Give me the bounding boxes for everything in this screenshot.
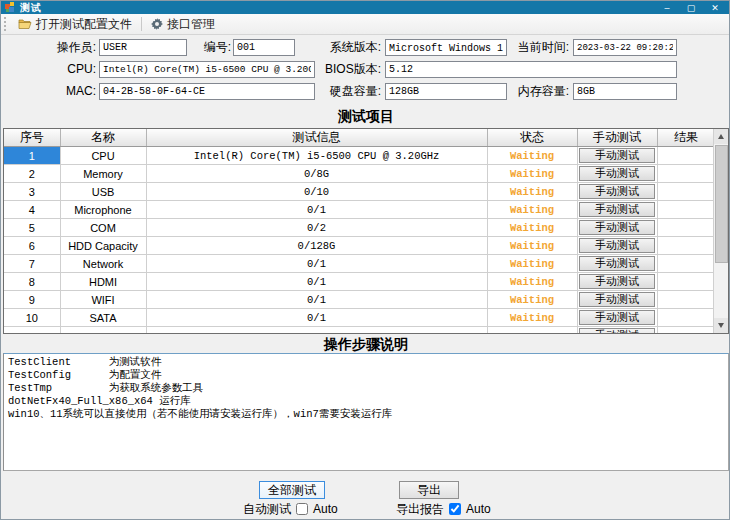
ram-label: 内存容量:: [509, 83, 569, 99]
manual-test-button[interactable]: 手动测试: [579, 202, 655, 217]
col-header-status[interactable]: 状态: [487, 129, 577, 147]
cell-info: 0/1: [146, 291, 487, 309]
cpu-label: CPU:: [41, 61, 96, 77]
table-row[interactable]: 3USB0/10Waiting手动测试: [4, 183, 715, 201]
cell-manual: 手动测试: [577, 147, 657, 165]
table-row[interactable]: 手动测试: [4, 327, 715, 335]
cell-name: Network: [60, 255, 146, 273]
cell-status: Waiting: [487, 219, 577, 237]
toolbar-separator: [141, 17, 142, 31]
manual-test-button[interactable]: 手动测试: [579, 184, 655, 199]
cell-manual: 手动测试: [577, 327, 657, 335]
table-row[interactable]: 7Network0/1Waiting手动测试: [4, 255, 715, 273]
col-header-info[interactable]: 测试信息: [146, 129, 487, 147]
cell-result: [657, 237, 715, 255]
cell-name: USB: [60, 183, 146, 201]
cell-no: 2: [4, 165, 60, 183]
auto-test-group: 自动测试 Auto: [243, 502, 338, 516]
col-header-manual[interactable]: 手动测试: [577, 129, 657, 147]
hdd-label: 硬盘容量:: [321, 83, 381, 99]
cell-status: Waiting: [487, 183, 577, 201]
interface-mgmt-label: 接口管理: [167, 16, 215, 33]
cpu-input[interactable]: [99, 61, 315, 78]
cell-manual: 手动测试: [577, 219, 657, 237]
cell-info: 0/2: [146, 219, 487, 237]
col-header-result[interactable]: 结果: [657, 129, 715, 147]
cell-result: [657, 309, 715, 327]
scrollbar-thumb[interactable]: [715, 145, 728, 263]
scroll-up-icon[interactable]: [714, 129, 729, 144]
cell-no: 7: [4, 255, 60, 273]
close-icon[interactable]: ✕: [709, 2, 721, 14]
table-row[interactable]: 2Memory0/8GWaiting手动测试: [4, 165, 715, 183]
manual-test-button[interactable]: 手动测试: [579, 166, 655, 181]
minimize-icon[interactable]: –: [661, 2, 673, 14]
cell-no: 9: [4, 291, 60, 309]
maximize-icon[interactable]: ▢: [685, 2, 697, 14]
cell-info: 0/1: [146, 273, 487, 291]
table-row[interactable]: 8HDMI0/1Waiting手动测试: [4, 273, 715, 291]
test-table: 序号 名称 测试信息 状态 手动测试 结果 1CPUIntel(R) Core(…: [3, 128, 729, 334]
export-report-checkbox[interactable]: [449, 503, 461, 515]
cell-status: Waiting: [487, 201, 577, 219]
export-report-label: 导出报告: [396, 501, 444, 518]
app-icon: [5, 2, 16, 13]
cell-result: [657, 327, 715, 335]
open-config-button[interactable]: 打开测试配置文件: [12, 15, 138, 34]
cell-manual: 手动测试: [577, 237, 657, 255]
ram-input[interactable]: [573, 83, 677, 100]
table-scrollbar[interactable]: [713, 129, 728, 333]
operator-label: 操作员:: [41, 39, 96, 55]
bios-input[interactable]: [385, 61, 677, 78]
manual-test-button[interactable]: 手动测试: [579, 310, 655, 325]
auto-test-checkbox[interactable]: [296, 503, 308, 515]
manual-test-button[interactable]: 手动测试: [579, 274, 655, 289]
cell-info: 0/1: [146, 309, 487, 327]
cell-result: [657, 201, 715, 219]
manual-test-button[interactable]: 手动测试: [579, 220, 655, 235]
operator-input[interactable]: [99, 39, 187, 56]
cell-status: Waiting: [487, 273, 577, 291]
table-row[interactable]: 6HDD Capacity0/128GWaiting手动测试: [4, 237, 715, 255]
export-report-checkbox-label: Auto: [466, 502, 491, 516]
export-button[interactable]: 导出: [399, 481, 459, 499]
col-header-no[interactable]: 序号: [4, 129, 60, 147]
table-row[interactable]: 1CPUIntel(R) Core(TM) i5-6500 CPU @ 3.20…: [4, 147, 715, 165]
test-all-button[interactable]: 全部测试: [259, 481, 325, 499]
manual-test-button[interactable]: 手动测试: [579, 292, 655, 307]
cell-result: [657, 219, 715, 237]
table-header-row: 序号 名称 测试信息 状态 手动测试 结果: [4, 129, 715, 147]
col-header-name[interactable]: 名称: [60, 129, 146, 147]
interface-mgmt-button[interactable]: 接口管理: [145, 15, 221, 34]
manual-test-button[interactable]: 手动测试: [579, 328, 655, 334]
mac-input[interactable]: [99, 83, 315, 100]
cell-no: 3: [4, 183, 60, 201]
steps-text[interactable]: TestClient 为测试软件 TestConfig 为配置文件 TestTm…: [3, 353, 729, 471]
cell-manual: 手动测试: [577, 309, 657, 327]
export-report-group: 导出报告 Auto: [396, 502, 491, 516]
manual-test-button[interactable]: 手动测试: [579, 238, 655, 253]
table-row[interactable]: 4Microphone0/1Waiting手动测试: [4, 201, 715, 219]
cell-info: 0/8G: [146, 165, 487, 183]
manual-test-button[interactable]: 手动测试: [579, 148, 655, 163]
table-row[interactable]: 5COM0/2Waiting手动测试: [4, 219, 715, 237]
app-window: 测试 – ▢ ✕ 打开测试配置文件 接口管理 操作员: 编号: 系统版本: 当前…: [0, 0, 730, 520]
time-label: 当前时间:: [509, 39, 569, 55]
manual-test-button[interactable]: 手动测试: [579, 256, 655, 271]
hdd-input[interactable]: [385, 83, 507, 100]
toolbar-grip: [4, 17, 8, 31]
cell-no: 5: [4, 219, 60, 237]
os-input[interactable]: [385, 39, 507, 56]
table-row[interactable]: 10SATA0/1Waiting手动测试: [4, 309, 715, 327]
id-input[interactable]: [233, 39, 295, 56]
table-row[interactable]: 9WIFI0/1Waiting手动测试: [4, 291, 715, 309]
time-input[interactable]: [573, 39, 677, 56]
scroll-down-icon[interactable]: [714, 318, 729, 333]
test-section-title: 测试项目: [1, 108, 730, 126]
cell-name: HDD Capacity: [60, 237, 146, 255]
cell-name: COM: [60, 219, 146, 237]
auto-test-label: 自动测试: [243, 501, 291, 518]
cell-info: 0/128G: [146, 237, 487, 255]
cell-manual: 手动测试: [577, 291, 657, 309]
cell-name: HDMI: [60, 273, 146, 291]
